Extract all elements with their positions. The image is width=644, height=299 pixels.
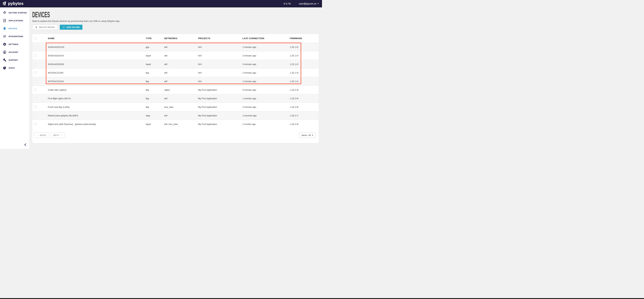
sidebar-item-stats[interactable]: STATS bbox=[0, 64, 30, 72]
cell-name: First flight sigfox (Wi-Fi) bbox=[48, 97, 146, 100]
cell-networks: wifi bbox=[164, 54, 198, 57]
column-header-networks[interactable]: NETWORKS bbox=[164, 37, 178, 40]
cell-projects: N/A bbox=[198, 63, 242, 66]
sidebar-collapse-button[interactable] bbox=[24, 143, 27, 146]
column-header-projects[interactable]: PROJECTS bbox=[198, 37, 210, 40]
cell-last-connection: 2 minutes ago bbox=[242, 80, 290, 82]
row-checkbox[interactable] bbox=[34, 54, 36, 57]
row-checkbox[interactable] bbox=[34, 114, 36, 117]
brand-name: pybytes bbox=[8, 1, 24, 6]
cell-last-connection: 3 minutes ago bbox=[242, 106, 290, 108]
cell-type: fipy bbox=[146, 89, 164, 91]
table-row[interactable]: 30AEA42D32D8lopy4wifiN/A3 minutes ago1.2… bbox=[32, 60, 319, 68]
cell-last-connection: 2 seconds ago bbox=[242, 114, 290, 117]
column-header-last-connection[interactable]: LAST CONNECTION bbox=[242, 37, 264, 40]
gear-icon bbox=[3, 42, 6, 46]
caret-down-icon: ▾ bbox=[318, 2, 319, 5]
table-row[interactable]: 30AEA42CEC4CgpywifiN/A2 minutes ago1.20.… bbox=[32, 43, 319, 51]
cell-last-connection: 2 minutes ago bbox=[242, 72, 290, 74]
top-bar: pybytes € 0.76 user@pycom.io ▾ bbox=[0, 0, 322, 8]
row-checkbox[interactable] bbox=[34, 123, 36, 125]
cell-type: fipy bbox=[146, 97, 164, 100]
cell-last-connection: 5 minutes ago bbox=[242, 89, 290, 91]
sidebar-item-label: DEVICES bbox=[8, 28, 17, 30]
table-header-row: NAME TYPE NETWORKS PROJECTS LAST CONNECT… bbox=[32, 34, 319, 43]
cell-firmware: 1.20.1.r0 bbox=[290, 54, 319, 57]
sidebar-item-account[interactable]: ACCOUNT bbox=[0, 48, 30, 56]
row-checkbox[interactable] bbox=[34, 63, 36, 65]
table-row[interactable]: Fresh-new-fipy (LoRa)fipylora_otaaMy Fir… bbox=[32, 102, 319, 111]
row-checkbox[interactable] bbox=[34, 46, 36, 48]
chip-icon bbox=[3, 27, 6, 30]
cell-networks: wifi bbox=[164, 72, 198, 74]
cell-name: 30AEA42D32D8 bbox=[48, 63, 146, 66]
cell-networks: lora_otaa bbox=[164, 106, 198, 108]
usb-icon bbox=[62, 26, 65, 28]
cell-projects: My First Application bbox=[198, 106, 242, 108]
trash-icon bbox=[35, 26, 38, 28]
select-all-checkbox[interactable] bbox=[34, 37, 36, 40]
column-header-type[interactable]: TYPE bbox=[146, 37, 152, 40]
table-row[interactable]: Crater-lake (sigfox)fipysigfoxMy First A… bbox=[32, 86, 319, 94]
cell-projects: N/A bbox=[198, 80, 242, 82]
cell-networks: wifi bbox=[164, 80, 198, 82]
wrench-icon bbox=[3, 58, 6, 62]
cell-name: Crater-lake (sigfox) bbox=[48, 89, 146, 91]
chevron-left-icon bbox=[24, 143, 27, 146]
toolbar: DELETE DEVICE ADD VIA USB bbox=[32, 25, 319, 30]
cell-last-connection: 3 minutes ago bbox=[242, 54, 290, 57]
pie-chart-icon bbox=[3, 66, 6, 70]
sidebar-item-support[interactable]: SUPPORT bbox=[0, 56, 30, 64]
sun-icon bbox=[3, 11, 6, 14]
sidebar-item-integrations[interactable]: INTEGRATIONS bbox=[0, 32, 30, 40]
table-row[interactable]: Sigfox-test (with Pysense) - [pastoor pe… bbox=[32, 120, 319, 128]
row-checkbox[interactable] bbox=[34, 106, 36, 108]
cell-projects: My First Application bbox=[198, 89, 242, 91]
sidebar-item-label: INTEGRATIONS bbox=[8, 36, 23, 38]
cell-last-connection: 1 minutes ago bbox=[242, 97, 290, 100]
sidebar-item-settings[interactable]: SETTINGS bbox=[0, 40, 30, 48]
cell-type: wipy bbox=[146, 114, 164, 117]
table-row[interactable]: 30AEA42D32A4lopy4wifiN/A3 minutes ago1.2… bbox=[32, 51, 319, 60]
items-per-page-dropdown[interactable]: Items: 30 ▾ bbox=[299, 132, 316, 138]
cell-name: 807D3AC31340 bbox=[48, 72, 146, 74]
cell-firmware: 1.18.2.r7 bbox=[290, 114, 319, 117]
row-checkbox[interactable] bbox=[34, 72, 36, 74]
sidebar-item-getting-started[interactable]: GETTING STARTED bbox=[0, 9, 30, 16]
sidebar-item-label: GETTING STARTED bbox=[8, 12, 27, 14]
cell-projects: N/A bbox=[198, 72, 242, 74]
arrows-exchange-icon bbox=[3, 34, 6, 38]
table-row[interactable]: Reboot [new pybytes lib] (WiFi)wipywifiM… bbox=[32, 111, 319, 120]
pagination: ← BACK NEXT → Items: 30 ▾ bbox=[32, 128, 319, 138]
cell-firmware: 1.18.2.r6 bbox=[290, 89, 319, 91]
column-header-name[interactable]: NAME bbox=[48, 37, 54, 40]
table-row[interactable]: 807D3AC322A8fipywifiN/A2 minutes ago1.20… bbox=[32, 77, 319, 86]
add-via-usb-button[interactable]: ADD VIA USB bbox=[60, 25, 82, 30]
row-checkbox[interactable] bbox=[34, 97, 36, 100]
user-circle-icon bbox=[3, 50, 6, 54]
row-checkbox[interactable] bbox=[34, 80, 36, 82]
cell-firmware: 1.20.1.r0 bbox=[290, 72, 319, 74]
column-header-firmware[interactable]: FIRMWARE bbox=[290, 37, 302, 40]
balance: € 0.76 bbox=[284, 2, 291, 5]
cell-networks: wifi bbox=[164, 63, 198, 66]
cell-projects: My First Application bbox=[198, 123, 242, 126]
cell-last-connection: 3 minutes ago bbox=[242, 63, 290, 66]
brand[interactable]: pybytes bbox=[3, 1, 24, 6]
cell-name: Reboot [new pybytes lib] (WiFi) bbox=[48, 114, 146, 117]
user-menu[interactable]: user@pycom.io ▾ bbox=[299, 2, 319, 5]
sidebar-item-label: SETTINGS bbox=[8, 43, 18, 45]
cell-projects: N/A bbox=[198, 54, 242, 57]
row-checkbox[interactable] bbox=[34, 89, 36, 91]
table-row[interactable]: First flight sigfox (Wi-Fi)fipywifiMy Fi… bbox=[32, 94, 319, 102]
cell-last-connection: 2 months ago bbox=[242, 123, 290, 126]
back-button[interactable]: ← BACK bbox=[34, 132, 49, 138]
sidebar-item-devices[interactable]: DEVICES bbox=[0, 24, 30, 32]
cell-firmware: 1.20.1.r0 bbox=[290, 63, 319, 66]
page-title: DEVICES bbox=[32, 11, 181, 18]
sidebar-item-applications[interactable]: APPLICATIONS bbox=[0, 16, 30, 24]
table-row[interactable]: 807D3AC31340fipywifiN/A2 minutes ago1.20… bbox=[32, 68, 319, 77]
delete-device-button[interactable]: DELETE DEVICE bbox=[32, 25, 58, 30]
table-body: 30AEA42CEC4CgpywifiN/A2 minutes ago1.20.… bbox=[32, 43, 319, 128]
next-button[interactable]: NEXT → bbox=[50, 132, 65, 138]
